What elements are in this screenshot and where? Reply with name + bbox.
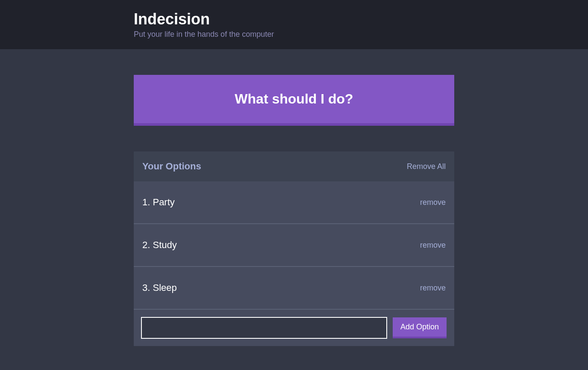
option-item: 1. Party remove [134,181,454,224]
add-option-button[interactable]: Add Option [393,317,447,338]
remove-all-button[interactable]: Remove All [407,162,446,171]
decide-button[interactable]: What should I do? [134,75,454,126]
option-item: 3. Sleep remove [134,267,454,310]
app-subtitle: Put your life in the hands of the comput… [134,30,454,39]
add-option-input[interactable] [141,317,387,338]
remove-option-button[interactable]: remove [420,241,446,250]
remove-option-button[interactable]: remove [420,198,446,207]
options-header: Your Options Remove All [134,151,454,181]
options-widget: Your Options Remove All 1. Party remove … [134,151,454,346]
remove-option-button[interactable]: remove [420,284,446,293]
add-option-form: Add Option [134,310,454,346]
option-text: 3. Sleep [142,282,177,293]
app-header: Indecision Put your life in the hands of… [0,0,588,49]
option-text: 1. Party [142,197,175,208]
options-title: Your Options [142,161,201,172]
option-text: 2. Study [142,240,177,251]
app-title: Indecision [134,10,454,28]
option-item: 2. Study remove [134,224,454,267]
